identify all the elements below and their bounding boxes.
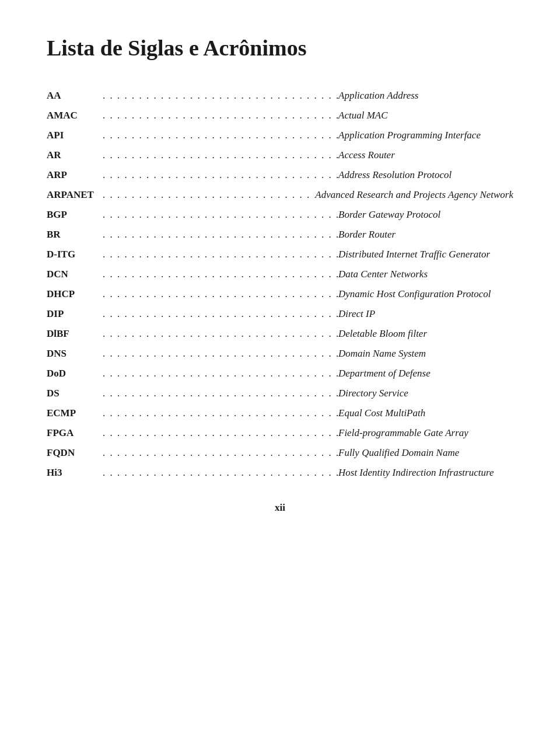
list-item: DS. . . . . . . . . . . . . . . . . . . … bbox=[47, 388, 513, 399]
acronym-dots: . . . . . . . . . . . . . . . . . . . . … bbox=[99, 189, 315, 201]
acronym-dots: . . . . . . . . . . . . . . . . . . . . … bbox=[99, 169, 338, 181]
acronym-definition: Deletable Bloom filter bbox=[338, 328, 513, 340]
list-item: AMAC. . . . . . . . . . . . . . . . . . … bbox=[47, 110, 513, 121]
acronym-abbr: FQDN bbox=[47, 447, 99, 459]
acronym-definition: Distributed Internet Traffic Generator bbox=[338, 249, 513, 260]
acronym-dots: . . . . . . . . . . . . . . . . . . . . … bbox=[99, 110, 338, 121]
page-title: Lista de Siglas e Acrônimos bbox=[47, 35, 513, 61]
list-item: DCN. . . . . . . . . . . . . . . . . . .… bbox=[47, 269, 513, 280]
acronym-dots: . . . . . . . . . . . . . . . . . . . . … bbox=[99, 308, 338, 320]
acronym-dots: . . . . . . . . . . . . . . . . . . . . … bbox=[99, 249, 338, 260]
acronym-abbr: DIP bbox=[47, 308, 99, 320]
acronym-abbr: AMAC bbox=[47, 110, 99, 121]
acronym-definition: Border Gateway Protocol bbox=[338, 209, 513, 221]
acronym-dots: . . . . . . . . . . . . . . . . . . . . … bbox=[99, 229, 338, 240]
list-item: FQDN. . . . . . . . . . . . . . . . . . … bbox=[47, 447, 513, 459]
page-number: xii bbox=[47, 502, 513, 514]
acronym-dots: . . . . . . . . . . . . . . . . . . . . … bbox=[99, 348, 338, 360]
acronym-abbr: DS bbox=[47, 388, 99, 399]
acronym-abbr: DCN bbox=[47, 269, 99, 280]
acronym-abbr: DlBF bbox=[47, 328, 99, 340]
acronym-definition: Equal Cost MultiPath bbox=[338, 407, 513, 419]
acronym-abbr: AA bbox=[47, 90, 99, 102]
acronym-abbr: BR bbox=[47, 229, 99, 240]
acronym-abbr: ECMP bbox=[47, 407, 99, 419]
acronym-definition: Dynamic Host Configuration Protocol bbox=[338, 288, 513, 300]
acronym-abbr: DNS bbox=[47, 348, 99, 360]
acronym-dots: . . . . . . . . . . . . . . . . . . . . … bbox=[99, 368, 338, 379]
acronym-definition: Fully Qualified Domain Name bbox=[338, 447, 513, 459]
acronym-abbr: ARP bbox=[47, 169, 99, 181]
list-item: ARP. . . . . . . . . . . . . . . . . . .… bbox=[47, 169, 513, 181]
acronym-definition: Field-programmable Gate Array bbox=[338, 427, 513, 439]
list-item: BR. . . . . . . . . . . . . . . . . . . … bbox=[47, 229, 513, 240]
list-item: DlBF. . . . . . . . . . . . . . . . . . … bbox=[47, 328, 513, 340]
list-item: BGP. . . . . . . . . . . . . . . . . . .… bbox=[47, 209, 513, 221]
list-item: DNS. . . . . . . . . . . . . . . . . . .… bbox=[47, 348, 513, 360]
acronym-definition: Address Resolution Protocol bbox=[338, 169, 513, 181]
list-item: DHCP. . . . . . . . . . . . . . . . . . … bbox=[47, 288, 513, 300]
acronym-definition: Domain Name System bbox=[338, 348, 513, 360]
acronym-definition: Data Center Networks bbox=[338, 269, 513, 280]
acronym-definition: Access Router bbox=[338, 149, 513, 161]
acronym-list: AA. . . . . . . . . . . . . . . . . . . … bbox=[47, 90, 513, 479]
acronym-abbr: AR bbox=[47, 149, 99, 161]
acronym-dots: . . . . . . . . . . . . . . . . . . . . … bbox=[99, 269, 338, 280]
list-item: DIP. . . . . . . . . . . . . . . . . . .… bbox=[47, 308, 513, 320]
acronym-dots: . . . . . . . . . . . . . . . . . . . . … bbox=[99, 407, 338, 419]
acronym-definition: Actual MAC bbox=[338, 110, 513, 121]
list-item: FPGA. . . . . . . . . . . . . . . . . . … bbox=[47, 427, 513, 439]
acronym-abbr: BGP bbox=[47, 209, 99, 221]
acronym-dots: . . . . . . . . . . . . . . . . . . . . … bbox=[99, 328, 338, 340]
acronym-dots: . . . . . . . . . . . . . . . . . . . . … bbox=[99, 149, 338, 161]
list-item: AA. . . . . . . . . . . . . . . . . . . … bbox=[47, 90, 513, 102]
acronym-abbr: API bbox=[47, 130, 99, 141]
list-item: ARPANET. . . . . . . . . . . . . . . . .… bbox=[47, 189, 513, 201]
acronym-dots: . . . . . . . . . . . . . . . . . . . . … bbox=[99, 209, 338, 221]
list-item: AR. . . . . . . . . . . . . . . . . . . … bbox=[47, 149, 513, 161]
acronym-dots: . . . . . . . . . . . . . . . . . . . . … bbox=[99, 467, 338, 479]
acronym-abbr: Hi3 bbox=[47, 467, 99, 479]
list-item: Hi3. . . . . . . . . . . . . . . . . . .… bbox=[47, 467, 513, 479]
acronym-abbr: DoD bbox=[47, 368, 99, 379]
list-item: DoD. . . . . . . . . . . . . . . . . . .… bbox=[47, 368, 513, 379]
acronym-abbr: ARPANET bbox=[47, 189, 99, 201]
acronym-definition: Advanced Research and Projects Agency Ne… bbox=[315, 189, 513, 201]
acronym-definition: Host Identity Indirection Infrastructure bbox=[338, 467, 513, 479]
acronym-definition: Border Router bbox=[338, 229, 513, 240]
acronym-dots: . . . . . . . . . . . . . . . . . . . . … bbox=[99, 447, 338, 459]
acronym-dots: . . . . . . . . . . . . . . . . . . . . … bbox=[99, 90, 338, 102]
acronym-abbr: D-ITG bbox=[47, 249, 99, 260]
acronym-definition: Department of Defense bbox=[338, 368, 513, 379]
list-item: D-ITG. . . . . . . . . . . . . . . . . .… bbox=[47, 249, 513, 260]
acronym-definition: Application Programming Interface bbox=[338, 130, 513, 141]
acronym-abbr: DHCP bbox=[47, 288, 99, 300]
list-item: ECMP. . . . . . . . . . . . . . . . . . … bbox=[47, 407, 513, 419]
list-item: API. . . . . . . . . . . . . . . . . . .… bbox=[47, 130, 513, 141]
acronym-dots: . . . . . . . . . . . . . . . . . . . . … bbox=[99, 427, 338, 439]
acronym-definition: Direct IP bbox=[338, 308, 513, 320]
acronym-abbr: FPGA bbox=[47, 427, 99, 439]
acronym-definition: Application Address bbox=[338, 90, 513, 102]
acronym-dots: . . . . . . . . . . . . . . . . . . . . … bbox=[99, 388, 338, 399]
acronym-definition: Directory Service bbox=[338, 388, 513, 399]
acronym-dots: . . . . . . . . . . . . . . . . . . . . … bbox=[99, 288, 338, 300]
acronym-dots: . . . . . . . . . . . . . . . . . . . . … bbox=[99, 130, 338, 141]
